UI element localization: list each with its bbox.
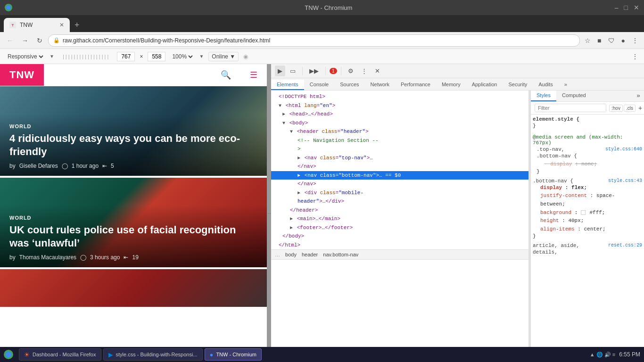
css-tab-computed[interactable]: Computed — [556, 90, 592, 101]
extensions-icon[interactable]: ■ — [595, 35, 603, 46]
tab-console[interactable]: Console — [304, 80, 334, 90]
html-line-head: ► <head>…</head> — [271, 110, 528, 119]
hamburger-menu-button[interactable]: ☰ — [240, 65, 267, 85]
maximize-icon[interactable]: □ — [624, 4, 628, 11]
mobile-close-tag: </div> — [325, 198, 344, 204]
tab-elements[interactable]: Elements — [271, 80, 304, 90]
breadcrumb-separator-0 — [282, 252, 283, 257]
css-justify-prop: justify-content — [533, 193, 587, 198]
more-options-button[interactable]: ⋮ — [632, 53, 638, 60]
cls-filter-button[interactable]: .cls — [624, 105, 636, 112]
resize-handle[interactable]: ⋮ — [267, 64, 271, 362]
html-line-bottomnav[interactable]: ► <nav class="bottom-nav">… == $0 — [271, 171, 528, 180]
devtools-content: <!DOCTYPE html> ▼ <html lang="en"> ► <he… — [271, 90, 644, 362]
elements-panel-btn[interactable]: ▶▶ — [306, 66, 322, 76]
css-source-reset-29[interactable]: reset.css:29 — [608, 243, 642, 248]
tab-audits[interactable]: Audits — [533, 80, 559, 90]
tnw-logo-area: TNW — [0, 64, 44, 86]
css-filter-input[interactable] — [535, 104, 606, 112]
head-tag: <head> — [289, 111, 308, 117]
url-bar[interactable]: 🔒 raw.githack.com/CornerstoneII/Building… — [48, 34, 580, 47]
toggle-icon-header[interactable]: ▼ — [290, 129, 293, 134]
zoom-select[interactable]: 100% — [170, 53, 194, 60]
viewport-width-input[interactable]: 767 — [117, 52, 135, 61]
start-icon[interactable] — [4, 350, 13, 359]
title-bar: TNW - Chromium – □ ✕ — [0, 0, 644, 15]
close-icon[interactable]: ✕ — [634, 4, 639, 11]
css-align-prop: align-items — [533, 226, 575, 232]
tab-application[interactable]: Application — [466, 80, 503, 90]
css-display-val: : none; — [575, 161, 597, 167]
article-card-2[interactable]: WORLD UK court rules police use of facia… — [0, 178, 267, 267]
tab-close-button[interactable]: ✕ — [59, 22, 64, 28]
menu-icon[interactable]: ⋮ — [630, 35, 640, 46]
inspect-element-button[interactable]: ▶ — [275, 66, 285, 76]
resize-dots-icon: ⋮ — [267, 212, 272, 215]
add-rule-button[interactable]: + — [638, 104, 642, 112]
html-line-mobile-2: header">…</div> — [271, 197, 528, 206]
window-title: TNW - Chromium — [42, 4, 615, 11]
breadcrumb-body[interactable]: body — [285, 252, 297, 257]
taskbar-item-firefox[interactable]: ☀ Dashboard - Mozilla Firefox — [19, 348, 101, 361]
toggle-icon-mobile[interactable]: ► — [297, 190, 300, 196]
active-tab[interactable]: T TNW ✕ — [4, 18, 70, 32]
css-display-flex-val: : flex; — [565, 185, 587, 190]
main-ellipsis: … — [315, 216, 319, 222]
toggle-icon-main[interactable]: ► — [290, 216, 293, 222]
tab-security[interactable]: Security — [503, 80, 533, 90]
css-rule-article-aside: article, aside, reset.css:29 details, — [533, 243, 642, 257]
network-button[interactable]: Online ▼ — [208, 52, 239, 61]
browser-window: TNW - Chromium – □ ✕ T TNW ✕ + ← → ↻ 🔒 r… — [0, 0, 644, 362]
taskbar-item-vscode[interactable]: ▶ style.css - Building-with-Responsi... — [103, 348, 203, 361]
css-source-640[interactable]: style.css:640 — [605, 147, 642, 152]
css-bottomnav-sel-line: .bottom-nav { — [537, 152, 642, 161]
reload-button[interactable]: ↻ — [34, 35, 45, 46]
viewport-height-input[interactable]: 558 — [148, 52, 165, 61]
share-icon-2: ⇤ — [124, 254, 128, 261]
profile-icon[interactable]: ● — [619, 35, 627, 46]
breadcrumb-nav-bottom[interactable]: nav.bottom-nav — [323, 252, 358, 257]
css-content: element.style { } @media screen and (max… — [531, 115, 644, 362]
back-button[interactable]: ← — [4, 35, 16, 46]
bookmark-icon[interactable]: ☆ — [583, 35, 593, 46]
tab-network[interactable]: Network — [365, 80, 395, 90]
article-card-3[interactable] — [0, 269, 267, 307]
taskbar: ☀ Dashboard - Mozilla Firefox ▶ style.cs… — [0, 347, 644, 362]
time-label-2: 3 hours ago — [90, 254, 120, 261]
css-tab-styles[interactable]: Styles — [531, 90, 556, 101]
breadcrumb-header[interactable]: header — [302, 252, 318, 257]
more-devtools-button[interactable]: ⋮ — [358, 66, 370, 76]
css-height-line: height : 40px; — [533, 217, 642, 225]
forward-button[interactable]: → — [19, 35, 31, 46]
tab-label: TNW — [20, 22, 33, 28]
device-toolbar-toggle[interactable]: ▭ — [287, 66, 298, 76]
tab-performance[interactable]: Performance — [395, 80, 436, 90]
shield-icon[interactable]: 🛡 — [606, 35, 617, 46]
ruler-indicator: | | | | | | | | | | | | | | | | | — [63, 54, 108, 59]
search-button[interactable]: 🔍 — [211, 65, 240, 85]
tab-more[interactable]: » — [559, 80, 573, 90]
toggle-icon-body[interactable]: ▼ — [282, 121, 285, 126]
tab-memory[interactable]: Memory — [436, 80, 466, 90]
css-source-43[interactable]: style.css:43 — [608, 178, 642, 183]
css-tabs-more[interactable]: » — [633, 90, 644, 101]
close-devtools-button[interactable]: ✕ — [372, 66, 383, 76]
header-class-val: "header" — [340, 129, 365, 134]
toggle-icon-bottomnav[interactable]: ► — [297, 173, 300, 178]
taskbar-item-chromium[interactable]: ● TNW - Chromium — [205, 348, 262, 361]
article-card-1[interactable]: WORLD 4 ridiculously easy ways you can b… — [0, 86, 267, 176]
toggle-icon-head[interactable]: ► — [282, 112, 285, 117]
new-tab-button[interactable]: + — [73, 18, 82, 32]
device-select[interactable]: Responsive — [6, 53, 45, 60]
minimize-icon[interactable]: – — [615, 4, 619, 11]
toggle-icon-footer[interactable]: ► — [290, 225, 293, 230]
hover-filter-button[interactable]: :hov — [609, 105, 623, 112]
toggle-icon-html[interactable]: ▼ — [279, 103, 281, 108]
footer-close-tag: </footer> — [325, 225, 353, 230]
tab-sources[interactable]: Sources — [334, 80, 364, 90]
zoom-dropdown-icon: ▼ — [199, 54, 204, 59]
settings-button[interactable]: ⚙ — [345, 66, 356, 76]
toggle-icon-topnav[interactable]: ► — [297, 156, 300, 161]
article-overlay-1: WORLD 4 ridiculously easy ways you can b… — [0, 114, 267, 176]
devtools-toolbar: ▶ ▭ ▶▶ 1 ⚙ ⋮ ✕ — [271, 64, 644, 78]
